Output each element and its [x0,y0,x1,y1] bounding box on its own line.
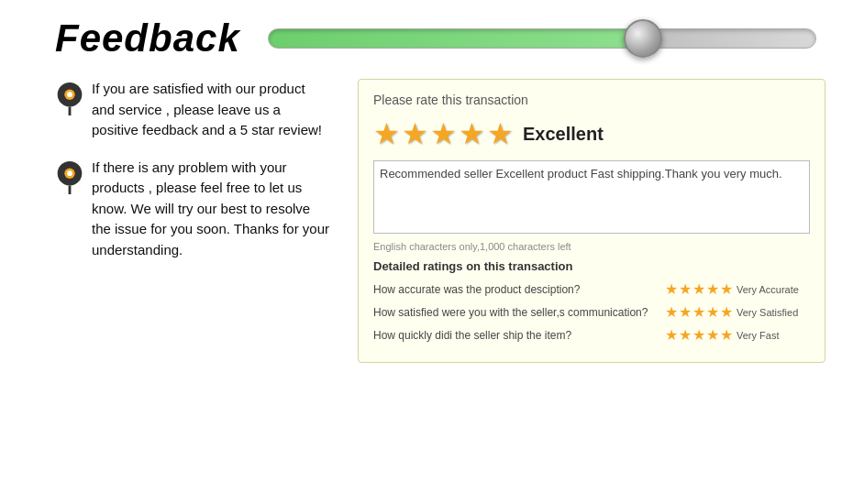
review-textarea[interactable]: Recommended seller Excellent product Fas… [373,160,810,234]
pin-icon-2 [55,159,84,194]
star-1[interactable]: ★ [373,116,400,151]
char-info: English characters only,1,000 characters… [373,241,810,252]
stars-small-2: ★ ★ ★ ★ ★ [665,326,733,344]
slider-track [268,28,816,49]
slider-thumb[interactable] [624,19,662,58]
rating-row: ★ ★ ★ ★ ★ Excellent [373,116,810,151]
info-text-1: If you are satisfied with our product an… [92,79,330,141]
rating-item-2: How quickly didi the seller ship the ite… [373,326,810,344]
question-2: How quickly didi the seller ship the ite… [373,329,665,342]
pin-icon-1 [55,81,84,115]
main-content: If you are satisfied with our product an… [0,70,853,372]
rating-label-0: Very Accurate [737,284,810,295]
question-1: How satisfied were you with the seller,s… [373,306,665,319]
left-panel: If you are satisfied with our product an… [55,79,330,363]
star-2[interactable]: ★ [402,116,428,151]
rating-label: Excellent [523,124,604,145]
svg-point-5 [67,170,72,176]
page-title: Feedback [55,16,240,60]
form-title: Please rate this transaction [373,93,810,107]
rating-label-1: Very Satisfied [737,307,810,318]
info-block-1: If you are satisfied with our product an… [55,79,330,141]
svg-point-2 [67,92,72,97]
star-5[interactable]: ★ [487,116,514,151]
rating-item-1: How satisfied were you with the seller,s… [373,303,810,321]
detailed-ratings-title: Detailed ratings on this transaction [373,259,810,273]
stars-small-1: ★ ★ ★ ★ ★ [665,303,733,321]
stars-container-2: ★ ★ ★ ★ ★ Very Fast [665,326,810,344]
rating-label-2: Very Fast [737,330,810,341]
info-block-2: If there is any problem with your produc… [55,158,330,261]
info-text-2: If there is any problem with your produc… [92,158,330,261]
header: Feedback [0,0,853,70]
question-0: How accurate was the product desciption? [373,283,665,296]
slider-container[interactable] [259,28,825,49]
rating-item-0: How accurate was the product desciption?… [373,280,810,298]
stars-small-0: ★ ★ ★ ★ ★ [665,280,733,298]
stars-container-1: ★ ★ ★ ★ ★ Very Satisfied [665,303,810,321]
feedback-form: Please rate this transaction ★ ★ ★ ★ ★ E… [358,79,825,363]
star-4[interactable]: ★ [459,116,485,151]
star-3[interactable]: ★ [430,116,457,151]
stars-large[interactable]: ★ ★ ★ ★ ★ [373,116,514,151]
stars-container-0: ★ ★ ★ ★ ★ Very Accurate [665,280,810,298]
